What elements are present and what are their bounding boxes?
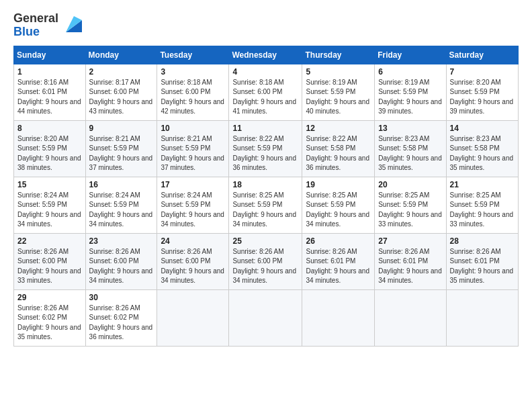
calendar-week-row: 22Sunrise: 8:26 AMSunset: 6:00 PMDayligh…	[14, 233, 519, 289]
weekday-header-row: SundayMondayTuesdayWednesdayThursdayFrid…	[14, 46, 519, 64]
day-number: 13	[378, 124, 442, 133]
weekday-header-saturday: Saturday	[446, 46, 518, 64]
calendar-cell: 9Sunrise: 8:21 AMSunset: 5:59 PMDaylight…	[85, 120, 157, 177]
calendar-week-row: 1Sunrise: 8:16 AMSunset: 6:01 PMDaylight…	[14, 64, 519, 120]
weekday-header-monday: Monday	[85, 46, 157, 64]
day-info: Sunrise: 8:20 AMSunset: 5:59 PMDaylight:…	[17, 135, 81, 172]
day-number: 11	[232, 124, 298, 133]
calendar-week-row: 15Sunrise: 8:24 AMSunset: 5:59 PMDayligh…	[14, 177, 519, 233]
calendar-cell: 13Sunrise: 8:23 AMSunset: 5:58 PMDayligh…	[375, 120, 446, 177]
day-info: Sunrise: 8:26 AMSunset: 6:02 PMDaylight:…	[89, 304, 153, 341]
day-info: Sunrise: 8:25 AMSunset: 5:59 PMDaylight:…	[450, 191, 514, 228]
day-info: Sunrise: 8:24 AMSunset: 5:59 PMDaylight:…	[89, 191, 153, 228]
day-number: 20	[378, 180, 442, 189]
calendar-cell: 15Sunrise: 8:24 AMSunset: 5:59 PMDayligh…	[14, 177, 86, 233]
day-number: 4	[232, 67, 298, 77]
calendar-cell: 28Sunrise: 8:26 AMSunset: 6:01 PMDayligh…	[446, 233, 518, 289]
calendar-cell: 22Sunrise: 8:26 AMSunset: 6:00 PMDayligh…	[14, 233, 86, 289]
calendar-cell: 5Sunrise: 8:19 AMSunset: 5:59 PMDaylight…	[302, 64, 375, 120]
day-info: Sunrise: 8:24 AMSunset: 5:59 PMDaylight:…	[161, 191, 224, 228]
day-number: 16	[89, 180, 154, 189]
weekday-header-wednesday: Wednesday	[229, 46, 302, 64]
day-info: Sunrise: 8:23 AMSunset: 5:58 PMDaylight:…	[378, 135, 442, 172]
calendar-cell: 2Sunrise: 8:17 AMSunset: 6:00 PMDaylight…	[85, 64, 157, 120]
day-info: Sunrise: 8:25 AMSunset: 5:59 PMDaylight:…	[232, 191, 296, 228]
calendar-week-row: 29Sunrise: 8:26 AMSunset: 6:02 PMDayligh…	[14, 289, 519, 346]
day-number: 8	[17, 124, 82, 133]
calendar-cell: 11Sunrise: 8:22 AMSunset: 5:59 PMDayligh…	[229, 120, 302, 177]
day-number: 19	[306, 180, 371, 189]
day-info: Sunrise: 8:16 AMSunset: 6:01 PMDaylight:…	[17, 79, 81, 116]
calendar-cell: 29Sunrise: 8:26 AMSunset: 6:02 PMDayligh…	[14, 289, 86, 346]
calendar-cell: 25Sunrise: 8:26 AMSunset: 6:00 PMDayligh…	[229, 233, 302, 289]
day-info: Sunrise: 8:26 AMSunset: 6:01 PMDaylight:…	[450, 248, 514, 285]
day-number: 24	[161, 236, 225, 246]
page: General Blue SundayMondayTuesdayWednesda…	[0, 0, 532, 411]
day-number: 2	[89, 67, 154, 77]
day-info: Sunrise: 8:26 AMSunset: 6:01 PMDaylight:…	[378, 248, 442, 285]
calendar-cell: 7Sunrise: 8:20 AMSunset: 5:59 PMDaylight…	[446, 64, 518, 120]
day-number: 25	[232, 236, 298, 246]
day-number: 28	[450, 236, 515, 246]
calendar-cell: 30Sunrise: 8:26 AMSunset: 6:02 PMDayligh…	[85, 289, 157, 346]
weekday-header-sunday: Sunday	[14, 46, 86, 64]
day-number: 17	[161, 180, 225, 189]
day-info: Sunrise: 8:22 AMSunset: 5:58 PMDaylight:…	[306, 135, 369, 172]
day-number: 27	[378, 236, 442, 246]
day-number: 9	[89, 124, 154, 133]
day-number: 3	[161, 67, 225, 77]
weekday-header-thursday: Thursday	[302, 46, 375, 64]
calendar-cell: 17Sunrise: 8:24 AMSunset: 5:59 PMDayligh…	[157, 177, 229, 233]
calendar-cell: 6Sunrise: 8:19 AMSunset: 5:59 PMDaylight…	[375, 64, 446, 120]
day-number: 18	[232, 180, 298, 189]
day-info: Sunrise: 8:26 AMSunset: 6:00 PMDaylight:…	[89, 248, 153, 285]
day-info: Sunrise: 8:25 AMSunset: 5:59 PMDaylight:…	[378, 191, 442, 228]
header: General Blue	[13, 12, 519, 39]
calendar-table: SundayMondayTuesdayWednesdayThursdayFrid…	[13, 46, 519, 347]
calendar-cell	[446, 289, 518, 346]
calendar-cell: 24Sunrise: 8:26 AMSunset: 6:00 PMDayligh…	[157, 233, 229, 289]
day-number: 12	[306, 124, 371, 133]
calendar-cell: 14Sunrise: 8:23 AMSunset: 5:58 PMDayligh…	[446, 120, 518, 177]
calendar-cell: 20Sunrise: 8:25 AMSunset: 5:59 PMDayligh…	[375, 177, 446, 233]
day-info: Sunrise: 8:17 AMSunset: 6:00 PMDaylight:…	[89, 79, 153, 116]
day-number: 15	[17, 180, 82, 189]
calendar-cell: 23Sunrise: 8:26 AMSunset: 6:00 PMDayligh…	[85, 233, 157, 289]
day-number: 23	[89, 236, 154, 246]
day-number: 5	[306, 67, 371, 77]
day-info: Sunrise: 8:23 AMSunset: 5:58 PMDaylight:…	[450, 135, 514, 172]
day-info: Sunrise: 8:21 AMSunset: 5:59 PMDaylight:…	[161, 135, 224, 172]
calendar-cell: 16Sunrise: 8:24 AMSunset: 5:59 PMDayligh…	[85, 177, 157, 233]
day-info: Sunrise: 8:25 AMSunset: 5:59 PMDaylight:…	[306, 191, 369, 228]
calendar-cell	[157, 289, 229, 346]
calendar-cell	[302, 289, 375, 346]
day-number: 7	[450, 67, 515, 77]
day-number: 26	[306, 236, 371, 246]
calendar-cell: 26Sunrise: 8:26 AMSunset: 6:01 PMDayligh…	[302, 233, 375, 289]
day-number: 10	[161, 124, 225, 133]
logo-icon	[60, 13, 82, 35]
day-info: Sunrise: 8:26 AMSunset: 6:01 PMDaylight:…	[306, 248, 369, 285]
calendar-cell: 3Sunrise: 8:18 AMSunset: 6:00 PMDaylight…	[157, 64, 229, 120]
day-info: Sunrise: 8:18 AMSunset: 6:00 PMDaylight:…	[161, 79, 224, 116]
day-number: 29	[17, 293, 82, 302]
weekday-header-friday: Friday	[375, 46, 446, 64]
day-number: 6	[378, 67, 442, 77]
calendar-week-row: 8Sunrise: 8:20 AMSunset: 5:59 PMDaylight…	[14, 120, 519, 177]
calendar-cell: 4Sunrise: 8:18 AMSunset: 6:00 PMDaylight…	[229, 64, 302, 120]
logo: General Blue	[13, 12, 82, 39]
calendar-cell: 10Sunrise: 8:21 AMSunset: 5:59 PMDayligh…	[157, 120, 229, 177]
day-number: 1	[17, 67, 82, 77]
day-info: Sunrise: 8:26 AMSunset: 6:00 PMDaylight:…	[232, 248, 296, 285]
day-info: Sunrise: 8:26 AMSunset: 6:00 PMDaylight:…	[161, 248, 224, 285]
logo-general: General	[13, 12, 58, 26]
calendar-cell	[375, 289, 446, 346]
day-info: Sunrise: 8:18 AMSunset: 6:00 PMDaylight:…	[232, 79, 296, 116]
day-number: 14	[450, 124, 515, 133]
calendar-cell: 27Sunrise: 8:26 AMSunset: 6:01 PMDayligh…	[375, 233, 446, 289]
day-info: Sunrise: 8:22 AMSunset: 5:59 PMDaylight:…	[232, 135, 296, 172]
calendar-cell: 1Sunrise: 8:16 AMSunset: 6:01 PMDaylight…	[14, 64, 86, 120]
calendar-cell: 12Sunrise: 8:22 AMSunset: 5:58 PMDayligh…	[302, 120, 375, 177]
day-number: 21	[450, 180, 515, 189]
day-info: Sunrise: 8:21 AMSunset: 5:59 PMDaylight:…	[89, 135, 153, 172]
